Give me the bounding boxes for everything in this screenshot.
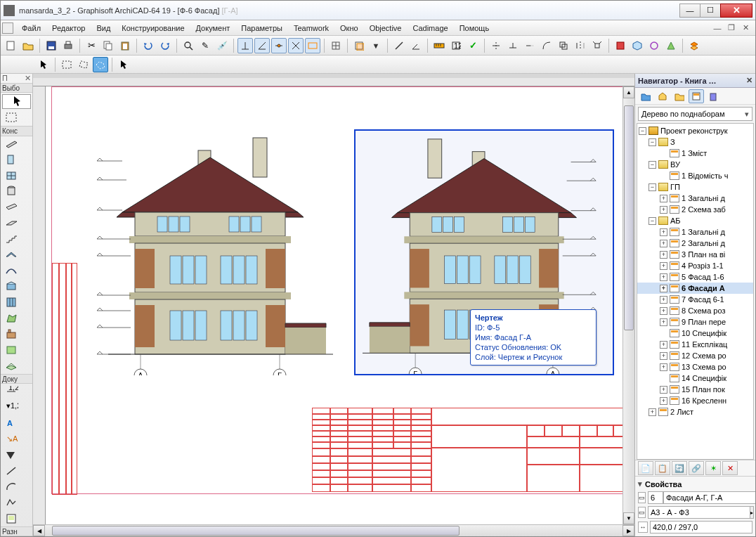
fill-tool[interactable] bbox=[2, 448, 31, 462]
nav-publisher-icon[interactable] bbox=[705, 89, 721, 103]
maximize-button[interactable]: ☐ bbox=[700, 4, 721, 18]
menu-design[interactable]: Конструирование bbox=[116, 22, 190, 34]
menu-help[interactable]: Помощь bbox=[454, 22, 495, 34]
prop-name-input[interactable] bbox=[663, 491, 755, 504]
prop-number-input[interactable] bbox=[648, 491, 663, 504]
label-tool[interactable]: ↘A1 bbox=[2, 432, 31, 447]
properties-header[interactable]: Свойства bbox=[638, 478, 752, 490]
open-button[interactable] bbox=[20, 38, 36, 53]
menu-document[interactable]: Документ bbox=[190, 22, 236, 34]
menu-objective[interactable]: Objective bbox=[364, 22, 408, 34]
scroll-thumb-h[interactable] bbox=[52, 526, 460, 536]
find-button[interactable] bbox=[181, 38, 196, 53]
menu-editor[interactable]: Редактор bbox=[46, 22, 91, 34]
copy-button[interactable] bbox=[100, 38, 116, 53]
dashed-rect-button[interactable] bbox=[59, 57, 74, 72]
menu-file[interactable]: Файл bbox=[16, 22, 46, 34]
grid-button[interactable] bbox=[328, 38, 344, 53]
beam-tool[interactable] bbox=[2, 200, 31, 215]
prop-dim-input[interactable] bbox=[650, 521, 752, 533]
mesh-tool[interactable] bbox=[2, 358, 31, 373]
polyline-tool[interactable] bbox=[2, 496, 31, 510]
split-button[interactable] bbox=[488, 38, 504, 53]
layers-button[interactable] bbox=[686, 38, 702, 53]
scroll-down-icon[interactable]: ▼ bbox=[623, 512, 634, 524]
undo-button[interactable] bbox=[141, 38, 156, 53]
polygon-select-button[interactable] bbox=[93, 57, 108, 72]
filter-button[interactable]: ▼ bbox=[368, 38, 384, 53]
snap-mid-button[interactable] bbox=[271, 38, 287, 53]
close-toolbox-icon[interactable]: ✕ bbox=[25, 74, 31, 83]
nav-view-icon[interactable] bbox=[655, 89, 670, 103]
mdi-close-icon[interactable]: ✕ bbox=[740, 23, 751, 33]
scroll-right-icon[interactable]: ▶ bbox=[623, 525, 634, 536]
drawing-tool[interactable] bbox=[2, 511, 31, 526]
drawing-area[interactable]: А Г bbox=[46, 86, 623, 524]
gdl-button[interactable] bbox=[613, 38, 628, 53]
paste-button[interactable] bbox=[117, 38, 133, 53]
line-tool[interactable] bbox=[2, 464, 31, 479]
nav-delete-icon[interactable]: ✕ bbox=[722, 461, 738, 475]
level-tool[interactable]: ▾1,2 bbox=[2, 400, 31, 415]
trim-button[interactable] bbox=[505, 38, 521, 53]
line-button[interactable] bbox=[391, 38, 407, 53]
angle-button[interactable] bbox=[408, 38, 424, 53]
fillet-button[interactable] bbox=[539, 38, 554, 53]
save-button[interactable] bbox=[44, 38, 59, 53]
new-button[interactable] bbox=[4, 38, 19, 53]
nav-new-master-icon[interactable]: 📋 bbox=[655, 461, 670, 475]
arrow-tool[interactable] bbox=[2, 94, 31, 109]
column-tool[interactable] bbox=[2, 184, 31, 199]
cursor-button[interactable] bbox=[116, 57, 131, 72]
snap-perp-button[interactable] bbox=[237, 38, 253, 53]
eyedrop-button[interactable]: 💉 bbox=[214, 38, 230, 53]
dimension-tool[interactable]: 1,2 bbox=[2, 384, 31, 399]
snap-intersect-button[interactable] bbox=[288, 38, 304, 53]
menu-window[interactable]: Окно bbox=[334, 22, 364, 34]
slab-tool[interactable] bbox=[2, 216, 31, 231]
3d-button[interactable] bbox=[630, 38, 645, 53]
prop-size-input[interactable] bbox=[648, 506, 750, 519]
text-tool[interactable]: A bbox=[2, 416, 31, 431]
trace-button[interactable] bbox=[351, 38, 367, 53]
morph-tool[interactable] bbox=[2, 311, 31, 326]
shell-tool[interactable] bbox=[2, 264, 31, 278]
navigator-tree[interactable]: −Проект реконструк −З 1 Зміст −ВУ 1 Відо… bbox=[637, 123, 754, 460]
mdi-restore-icon[interactable]: ❐ bbox=[726, 23, 737, 33]
extend-button[interactable] bbox=[522, 38, 537, 53]
snap-angle-button[interactable] bbox=[254, 38, 270, 53]
roof-tool[interactable] bbox=[2, 247, 31, 262]
circle-tool[interactable] bbox=[2, 479, 31, 494]
facade-left[interactable]: А Г bbox=[80, 129, 340, 375]
menu-cadimage[interactable]: Cadimage bbox=[407, 22, 453, 34]
nav-link-icon[interactable]: 🔗 bbox=[689, 461, 704, 475]
offset-button[interactable] bbox=[556, 38, 571, 53]
menu-options[interactable]: Параметры bbox=[235, 22, 288, 34]
marquee-tool[interactable] bbox=[2, 111, 31, 126]
navigator-combo[interactable]: Дерево по поднаборам bbox=[638, 107, 752, 121]
zone-tool[interactable] bbox=[2, 343, 31, 358]
scroll-up-icon[interactable]: ▲ bbox=[623, 86, 634, 98]
nav-settings-icon[interactable]: ✶ bbox=[705, 461, 721, 475]
cut-button[interactable]: ✂ bbox=[84, 38, 99, 53]
print-button[interactable] bbox=[60, 38, 76, 53]
minimize-button[interactable]: — bbox=[679, 4, 700, 18]
morph-button[interactable] bbox=[663, 38, 679, 53]
scroll-thumb-v[interactable] bbox=[624, 105, 634, 330]
ruler-button[interactable]: 12 bbox=[448, 38, 464, 53]
curtain-tool[interactable] bbox=[2, 295, 31, 310]
nav-new-layout-icon[interactable]: 📄 bbox=[638, 461, 653, 475]
door-tool[interactable] bbox=[2, 153, 31, 167]
nav-project-icon[interactable] bbox=[638, 89, 653, 103]
object-tool[interactable] bbox=[2, 327, 31, 342]
mirror-button[interactable] bbox=[573, 38, 588, 53]
wand-button[interactable]: ✎ bbox=[197, 38, 213, 53]
check-button[interactable]: ✓ bbox=[465, 38, 481, 53]
prop-size-arrow[interactable]: ▸ bbox=[750, 506, 754, 519]
window-tool[interactable] bbox=[2, 169, 31, 183]
stair-tool[interactable] bbox=[2, 232, 31, 247]
measure-button[interactable] bbox=[431, 38, 447, 53]
rotated-rect-button[interactable] bbox=[76, 57, 91, 72]
arrow-mode-button[interactable] bbox=[36, 57, 51, 72]
redo-button[interactable] bbox=[157, 38, 173, 53]
